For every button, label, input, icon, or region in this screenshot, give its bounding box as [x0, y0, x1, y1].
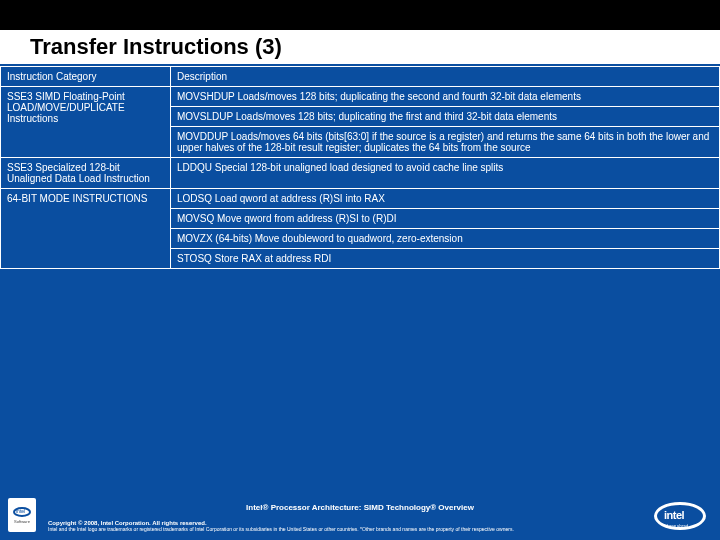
- cell-description: MOVDDUP Loads/moves 64 bits (bits[63:0] …: [171, 127, 720, 158]
- legal-text: Intel and the Intel logo are trademarks …: [48, 526, 708, 532]
- table-header-row: Instruction Category Description: [1, 67, 720, 87]
- intel-logo: intel Leap ahead: [654, 502, 706, 530]
- intel-software-badge: Software: [8, 498, 36, 532]
- footer-heading: Intel® Processor Architecture: SIMD Tech…: [12, 503, 708, 512]
- cell-description: MOVZX (64-bits) Move doubleword to quadw…: [171, 229, 720, 249]
- instruction-table: Instruction Category Description SSE3 SI…: [0, 66, 720, 269]
- cell-description: MOVSLDUP Loads/moves 128 bits; duplicati…: [171, 107, 720, 127]
- intel-logo-text: intel: [664, 509, 684, 521]
- title-area: Transfer Instructions (3): [0, 30, 720, 62]
- intel-logo-tagline: Leap ahead: [667, 523, 688, 528]
- table-row: 64-BIT MODE INSTRUCTIONS LODSQ Load qwor…: [1, 189, 720, 209]
- header-description: Description: [171, 67, 720, 87]
- intel-badge-icon: [13, 507, 31, 517]
- footer: Intel® Processor Architecture: SIMD Tech…: [0, 493, 720, 540]
- cell-category: 64-BIT MODE INSTRUCTIONS: [1, 189, 171, 269]
- cell-description: STOSQ Store RAX at address RDI: [171, 249, 720, 269]
- cell-description: MOVSHDUP Loads/moves 128 bits; duplicati…: [171, 87, 720, 107]
- slide-title: Transfer Instructions (3): [30, 34, 710, 60]
- cell-category: SSE3 Specialized 128-bit Unaligned Data …: [1, 158, 171, 189]
- content-area: Instruction Category Description SSE3 SI…: [0, 66, 720, 493]
- table-row: SSE3 SIMD Floating-Point LOAD/MOVE/DUPLI…: [1, 87, 720, 107]
- header-category: Instruction Category: [1, 67, 171, 87]
- cell-description: MOVSQ Move qword from address (R)SI to (…: [171, 209, 720, 229]
- badge-label: Software: [14, 519, 30, 524]
- intel-logo-icon: intel Leap ahead: [654, 502, 706, 530]
- top-black-bar: [0, 0, 720, 30]
- cell-description: LDDQU Special 128-bit unaligned load des…: [171, 158, 720, 189]
- table-row: SSE3 Specialized 128-bit Unaligned Data …: [1, 158, 720, 189]
- cell-description: LODSQ Load qword at address (R)SI into R…: [171, 189, 720, 209]
- cell-category: SSE3 SIMD Floating-Point LOAD/MOVE/DUPLI…: [1, 87, 171, 158]
